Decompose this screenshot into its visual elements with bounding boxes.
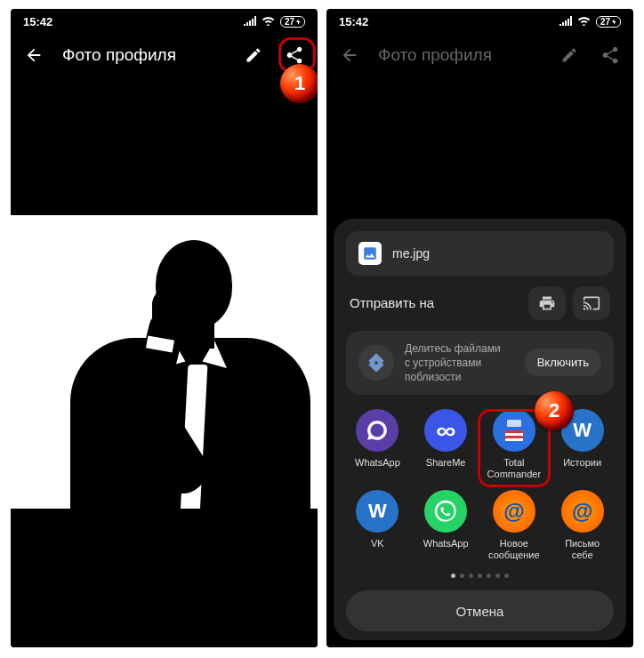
status-time: 15:42 <box>339 15 368 28</box>
vk-icon: W <box>356 490 398 533</box>
status-right: 27 <box>244 16 305 28</box>
edit-icon <box>557 43 582 68</box>
image-file-icon <box>358 242 382 265</box>
dot <box>451 574 455 578</box>
page-title: Фото профиля <box>378 45 541 65</box>
whatsapp-business-icon <box>356 409 398 452</box>
apps-grid: WhatsApp ∞ ShareMe Total Commander W Ист… <box>346 405 614 561</box>
battery-icon: 27 <box>280 16 305 28</box>
dot <box>478 574 482 578</box>
file-preview-row[interactable]: me.jpg <box>346 231 614 276</box>
app-mail-new[interactable]: @ Новое сообщение <box>483 490 546 561</box>
send-title: Отправить на <box>350 295 434 310</box>
enable-button[interactable]: Включить <box>525 349 601 376</box>
badge-two: 2 <box>535 391 574 430</box>
phone-left: 15:42 27 Фото профиля 1 <box>11 9 318 647</box>
status-right: 27 <box>559 16 621 28</box>
app-label: Истории <box>563 457 601 480</box>
status-bar: 15:42 27 <box>11 9 318 34</box>
app-label: Total Commander <box>487 457 542 480</box>
cancel-button[interactable]: Отмена <box>346 590 614 631</box>
app-bar: Фото профиля 1 <box>11 34 318 76</box>
wifi-icon <box>577 16 591 28</box>
app-bar-dimmed: Фото профиля <box>326 34 633 76</box>
app-shareme[interactable]: ∞ ShareMe <box>415 409 478 480</box>
battery-icon: 27 <box>596 16 621 28</box>
print-icon[interactable] <box>528 286 566 320</box>
app-vk[interactable]: W VK <box>346 490 409 561</box>
badge-one: 1 <box>280 64 318 103</box>
filename-label: me.jpg <box>392 246 430 261</box>
dot <box>495 574 500 578</box>
nearby-share-row: Делитесь файлами с устройствами поблизос… <box>346 331 614 396</box>
status-time: 15:42 <box>23 15 52 28</box>
app-label: VK <box>371 538 384 561</box>
page-title: Фото профиля <box>62 45 225 65</box>
total-commander-icon <box>493 409 535 452</box>
profile-photo[interactable] <box>11 215 318 509</box>
mail-self-icon: @ <box>561 490 604 533</box>
app-label: ShareMe <box>426 457 466 480</box>
app-label: WhatsApp <box>355 457 400 480</box>
app-label: Письмо себе <box>565 538 600 561</box>
dot <box>469 574 473 578</box>
share-sheet: me.jpg Отправить на Делитесь файлами с у… <box>334 219 626 640</box>
mail-new-icon: @ <box>493 490 535 533</box>
photo-area <box>11 76 318 647</box>
wifi-icon <box>262 16 275 28</box>
dot <box>460 574 464 578</box>
app-label: WhatsApp <box>423 538 469 561</box>
send-row: Отправить на <box>346 286 614 320</box>
dot <box>487 574 491 578</box>
app-whatsapp-business[interactable]: WhatsApp <box>346 409 409 480</box>
nearby-icon <box>358 345 394 381</box>
share-icon <box>598 43 623 68</box>
signal-icon <box>244 16 256 28</box>
dot <box>504 574 509 578</box>
back-icon[interactable] <box>21 43 46 68</box>
silhouette-icon <box>31 233 298 509</box>
shareme-icon: ∞ <box>424 409 467 452</box>
app-mail-self[interactable]: @ Письмо себе <box>551 490 614 561</box>
app-label: Новое сообщение <box>488 538 540 561</box>
whatsapp-icon <box>424 490 467 533</box>
app-whatsapp[interactable]: WhatsApp <box>415 490 478 561</box>
phone-right: 15:42 27 Фото профиля <box>326 9 633 647</box>
status-bar: 15:42 27 <box>326 9 633 34</box>
back-icon <box>337 43 362 68</box>
nearby-text: Делитесь файлами с устройствами поблизос… <box>405 341 514 385</box>
edit-icon[interactable] <box>241 43 266 68</box>
page-dots <box>346 574 614 578</box>
signal-icon <box>559 16 572 28</box>
cast-icon[interactable] <box>573 286 610 320</box>
